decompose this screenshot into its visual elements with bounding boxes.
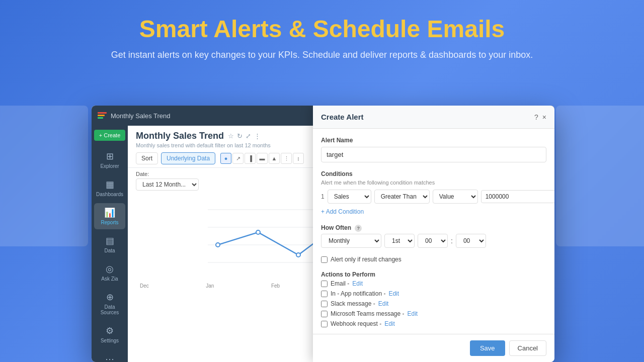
app-body: + Create ⊞ Explorer ▦ Dashboards 📊 Repor…: [92, 126, 554, 362]
sidebar-item-dashboards[interactable]: ▦ Dashboards: [94, 175, 125, 201]
actions-group: Actions to Perform Email - Edit In - App…: [321, 271, 546, 327]
star-icon[interactable]: ☆: [228, 132, 234, 140]
teams-edit-link[interactable]: Edit: [408, 310, 418, 317]
action-inapp-row: In - App notification - Edit: [321, 290, 546, 297]
more-icon: ⋯: [105, 353, 114, 362]
x-label-feb: Feb: [271, 283, 280, 289]
minute-select[interactable]: 00 15 30: [456, 234, 486, 248]
actions-label: Actions to Perform: [321, 271, 546, 278]
slack-edit-link[interactable]: Edit: [378, 300, 389, 307]
reports-icon: 📊: [104, 207, 115, 218]
alert-name-input[interactable]: [321, 147, 546, 162]
conditions-label: Conditions: [321, 170, 546, 177]
how-often-label: How Often ?: [321, 224, 546, 232]
how-often-help-icon[interactable]: ?: [355, 225, 362, 232]
sidebar-item-more[interactable]: ⋯ More: [94, 349, 125, 362]
conditions-sublabel: Alert me when the following condition ma…: [321, 179, 546, 186]
hour-select[interactable]: 00 01 02: [418, 234, 448, 248]
email-edit-link[interactable]: Edit: [352, 280, 363, 287]
area-chart-icon[interactable]: ▲: [269, 153, 280, 164]
sidebar-item-data[interactable]: ▤ Data: [94, 231, 125, 257]
slack-label: Slack message -: [331, 300, 375, 307]
action-teams-row: Microsoft Teams message - Edit: [321, 310, 546, 317]
bar-chart-icon[interactable]: ▐: [245, 153, 256, 164]
settings-icon: ⚙: [106, 325, 114, 336]
expand-icon[interactable]: ⤢: [246, 132, 251, 140]
sidebar-label-data: Data: [104, 248, 115, 253]
condition-value-input[interactable]: [481, 190, 554, 203]
teams-checkbox[interactable]: [321, 311, 328, 317]
inapp-edit-link[interactable]: Edit: [388, 290, 399, 297]
inapp-label: In - App notification -: [331, 290, 385, 297]
save-button[interactable]: Save: [470, 340, 505, 356]
alert-results-label: Alert only if result changes: [331, 256, 401, 263]
date-range-select[interactable]: Last 12 Month...: [136, 178, 199, 191]
ellipsis-icon[interactable]: ⋮: [254, 132, 261, 140]
side-panel-left: [0, 106, 88, 246]
how-often-group: How Often ? Monthly Daily Weekly 1st 2nd…: [321, 224, 546, 248]
alert-results-row: Alert only if result changes: [321, 256, 546, 263]
app-window: Monthly Sales Trend 🔍 📅 💬 ? × + Create ⊞…: [92, 106, 554, 362]
action-slack-row: Slack message - Edit: [321, 300, 546, 307]
scatter-chart-icon[interactable]: ⋮: [281, 153, 292, 164]
alert-results-checkbox[interactable]: [321, 256, 328, 263]
condition-operator-select[interactable]: Greater Than Less Than Equal To: [374, 190, 430, 204]
alert-name-label: Alert Name: [321, 137, 546, 144]
inapp-checkbox[interactable]: [321, 291, 328, 297]
webhook-checkbox[interactable]: [321, 321, 328, 327]
action-webhook-row: Webhook request - Edit: [321, 320, 546, 327]
day-select[interactable]: 1st 2nd 3rd: [384, 234, 415, 248]
sidebar-item-settings[interactable]: ⚙ Settings: [94, 321, 125, 347]
hero-section: Smart Alerts & Schedule Emails Get insta…: [0, 0, 644, 70]
underlying-data-button[interactable]: Underlying Data: [161, 152, 215, 164]
report-title: Monthly Sales Trend: [136, 131, 224, 141]
svg-point-4: [216, 243, 220, 247]
sidebar-item-ask-zia[interactable]: ◎ Ask Zia: [94, 259, 125, 286]
sort-button[interactable]: Sort: [136, 152, 158, 164]
dashboards-icon: ▦: [106, 179, 114, 190]
conditions-group: Conditions Alert me when the following c…: [321, 170, 546, 216]
frequency-select[interactable]: Monthly Daily Weekly: [321, 234, 381, 248]
alert-results-group: Alert only if result changes: [321, 256, 546, 263]
create-button[interactable]: + Create: [94, 130, 126, 141]
ask-zia-icon: ◎: [106, 263, 114, 275]
create-alert-dialog: Create Alert ? × Alert Name Conditions A…: [313, 126, 554, 362]
sidebar-item-explorer[interactable]: ⊞ Explorer: [94, 147, 125, 173]
email-label: Email -: [331, 280, 349, 287]
x-label-jan: Jan: [206, 283, 214, 289]
sidebar-item-data-sources[interactable]: ⊕ Data Sources: [94, 288, 125, 319]
app-logo-icon: [98, 112, 107, 119]
report-title-icons: ☆ ↻ ⤢ ⋮: [228, 132, 261, 140]
add-condition-button[interactable]: + Add Condition: [321, 207, 364, 216]
line-chart-icon[interactable]: ↗: [232, 153, 244, 164]
data-icon: ▤: [106, 235, 114, 246]
slack-checkbox[interactable]: [321, 301, 328, 307]
side-panel-right: [556, 106, 644, 246]
webhook-edit-link[interactable]: Edit: [384, 320, 395, 327]
action-email-row: Email - Edit: [321, 280, 546, 287]
sidebar: + Create ⊞ Explorer ▦ Dashboards 📊 Repor…: [92, 126, 128, 362]
dialog-footer: Save Cancel: [313, 334, 554, 362]
sidebar-item-reports[interactable]: 📊 Reports: [94, 203, 125, 229]
explorer-icon: ⊞: [106, 151, 114, 162]
condition-value-type-select[interactable]: Value Percentage: [433, 190, 478, 204]
condition-row-1: 1 Sales Revenue Profit Greater Than Less…: [321, 190, 546, 204]
sidebar-label-settings: Settings: [101, 338, 119, 343]
hero-subtitle: Get instant alerts on key changes to you…: [10, 50, 634, 60]
sidebar-label-ask-zia: Ask Zia: [101, 276, 118, 282]
pie-chart-icon[interactable]: ●: [220, 153, 231, 164]
refresh-icon[interactable]: ↻: [237, 132, 243, 140]
sidebar-label-explorer: Explorer: [100, 163, 119, 169]
alert-name-group: Alert Name: [321, 137, 546, 162]
hero-title: Smart Alerts & Schedule Emails: [10, 15, 634, 43]
svg-point-5: [256, 230, 260, 234]
condition-field-select[interactable]: Sales Revenue Profit: [328, 190, 371, 204]
sidebar-label-reports: Reports: [101, 220, 118, 225]
cancel-button[interactable]: Cancel: [509, 340, 546, 356]
more-charts-icon[interactable]: ↕: [293, 153, 304, 164]
email-checkbox[interactable]: [321, 281, 328, 287]
column-chart-icon[interactable]: ▬: [257, 153, 268, 164]
time-colon: :: [451, 237, 453, 245]
teams-label: Microsoft Teams message -: [331, 310, 405, 317]
sidebar-label-dashboards: Dashboards: [96, 192, 123, 197]
